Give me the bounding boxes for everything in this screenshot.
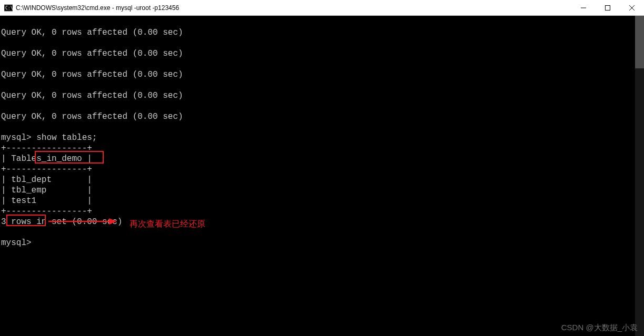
terminal-line: Query OK, 0 rows affected (0.00 sec) — [1, 48, 644, 59]
terminal-line — [1, 38, 644, 48]
window-controls — [571, 0, 644, 15]
cmd-icon: C:\ — [4, 4, 13, 12]
terminal-line: mysql> show tables; — [1, 133, 644, 143]
cmd-window: C:\ C:\WINDOWS\system32\cmd.exe - mysql … — [0, 0, 644, 336]
terminal-line — [1, 227, 644, 238]
titlebar[interactable]: C:\ C:\WINDOWS\system32\cmd.exe - mysql … — [0, 0, 644, 16]
table-separator: +----------------+ — [1, 206, 644, 217]
terminal-line — [1, 59, 644, 69]
svg-text:C:\: C:\ — [5, 6, 13, 11]
close-button[interactable] — [620, 0, 644, 15]
table-separator: +----------------+ — [1, 164, 644, 175]
terminal-line: Query OK, 0 rows affected (0.00 sec) — [1, 69, 644, 80]
table-header: | Tables_in_demo | — [1, 154, 644, 164]
result-summary: 3 rows in set (0.00 sec) — [1, 217, 644, 227]
terminal-line: Query OK, 0 rows affected (0.00 sec) — [1, 90, 644, 101]
terminal-content: Query OK, 0 rows affected (0.00 sec) Que… — [1, 17, 644, 248]
maximize-button[interactable] — [596, 0, 620, 15]
terminal-line — [1, 17, 644, 27]
svg-rect-3 — [606, 5, 610, 10]
terminal-line: Query OK, 0 rows affected (0.00 sec) — [1, 111, 644, 122]
table-row: | test1 | — [1, 196, 644, 206]
scrollbar-track[interactable] — [635, 16, 644, 336]
mysql-prompt: mysql> — [1, 133, 36, 142]
window-title: C:\WINDOWS\system32\cmd.exe - mysql -uro… — [16, 4, 571, 12]
table-separator: +----------------+ — [1, 143, 644, 154]
scrollbar[interactable] — [635, 16, 644, 336]
table-row: | tbl_emp | — [1, 185, 644, 196]
sql-command: show tables; — [36, 133, 97, 142]
terminal-line — [1, 80, 644, 90]
table-row: | tbl_dept | — [1, 175, 644, 185]
terminal[interactable]: Query OK, 0 rows affected (0.00 sec) Que… — [0, 16, 644, 336]
terminal-line: Query OK, 0 rows affected (0.00 sec) — [1, 27, 644, 38]
terminal-line — [1, 122, 644, 133]
minimize-button[interactable] — [571, 0, 596, 15]
terminal-line — [1, 101, 644, 111]
scrollbar-thumb[interactable] — [635, 16, 644, 68]
mysql-prompt: mysql> — [1, 238, 644, 248]
